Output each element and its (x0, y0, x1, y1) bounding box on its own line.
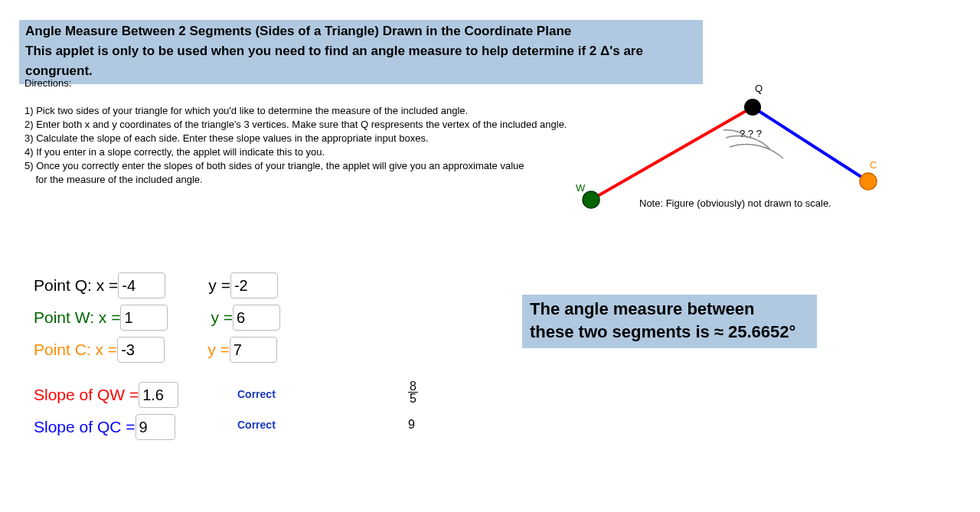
point-q-y-input[interactable] (230, 272, 278, 298)
header-banner: Angle Measure Between 2 Segments (Sides … (19, 20, 703, 84)
diagram-label-q: Q (755, 83, 763, 94)
svg-point-2 (744, 99, 761, 116)
point-q-x-label: Point Q: x = (34, 276, 118, 295)
figure-note: Note: Figure (obviously) not drawn to sc… (639, 197, 831, 209)
point-w-y-input[interactable] (233, 305, 280, 331)
slope-qc-input[interactable] (136, 414, 175, 440)
header-subtitle: This applet is only to be used when you … (25, 41, 697, 81)
svg-line-0 (591, 107, 753, 200)
point-inputs: Point Q: x = y = Point W: x = y = Point … (34, 269, 280, 366)
direction-3: 3) Calculate the slope of each side. Ent… (24, 132, 567, 145)
point-w-y-label: y = (211, 308, 233, 327)
directions-block: Directions: 1) Pick two sides of your tr… (24, 77, 567, 187)
point-c-row: Point C: x = y = (34, 334, 280, 366)
svg-point-4 (860, 173, 877, 190)
point-q-y-label: y = (208, 276, 230, 295)
direction-5a: 5) Once you correctly enter the slopes o… (24, 159, 567, 173)
point-w-x-label: Point W: x = (34, 308, 120, 327)
point-w-x-input[interactable] (120, 305, 168, 331)
point-c-y-input[interactable] (230, 337, 277, 363)
slope-qw-row: Slope of QW = (34, 379, 178, 411)
direction-4: 4) If you enter in a slope correctly, th… (24, 145, 567, 159)
point-w-row: Point W: x = y = (34, 302, 280, 334)
slope-qw-label: Slope of QW = (34, 386, 139, 404)
slope-inputs: Slope of QW = Slope of QC = (34, 379, 178, 443)
slope-qw-input[interactable] (139, 382, 178, 408)
slope-qc-actual: 9 (408, 419, 415, 430)
slope-qw-status: Correct (237, 388, 276, 400)
direction-1: 1) Pick two sides of your triangle for w… (24, 104, 567, 118)
slope-qc-status: Correct (237, 419, 276, 431)
svg-line-1 (753, 107, 868, 181)
point-q-x-input[interactable] (118, 272, 165, 298)
point-c-x-label: Point C: x = (34, 341, 117, 359)
header-title: Angle Measure Between 2 Segments (Sides … (25, 21, 697, 41)
result-line-1: The angle measure between (530, 298, 809, 321)
point-q-row: Point Q: x = y = (34, 269, 280, 302)
point-c-y-label: y = (207, 341, 230, 359)
directions-label: Directions: (24, 77, 567, 90)
slope-qc-row: Slope of QC = (34, 411, 178, 443)
svg-point-3 (583, 191, 599, 208)
result-line-2: these two segments is ≈ 25.6652° (530, 321, 809, 344)
point-c-x-input[interactable] (117, 337, 165, 363)
diagram-label-w: W (576, 182, 586, 194)
result-banner: The angle measure between these two segm… (522, 295, 817, 348)
slope-qc-label: Slope of QC = (34, 418, 136, 436)
slope-qw-fraction: 8 5 (408, 380, 418, 404)
diagram-angle-mark: ? ? ? (740, 128, 762, 139)
diagram-label-c: C (870, 159, 877, 171)
direction-2: 2) Enter both x and y coordinates of the… (24, 118, 567, 132)
slope-qw-frac-den: 5 (408, 393, 418, 404)
direction-5b: for the measure of the included angle. (24, 173, 567, 187)
slope-qw-frac-num: 8 (408, 380, 418, 393)
